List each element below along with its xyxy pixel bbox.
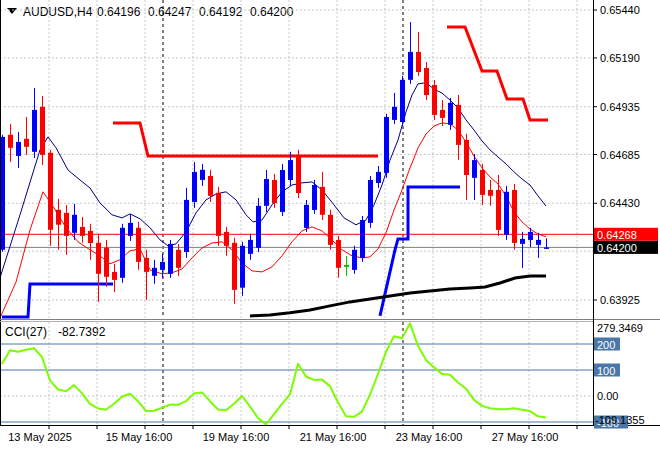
candle-body — [152, 268, 157, 276]
candle-body — [464, 140, 469, 175]
candle-body — [280, 170, 285, 212]
candle-body — [80, 227, 85, 236]
candle-body — [456, 105, 461, 145]
candle-body — [48, 153, 53, 230]
candle-body — [72, 215, 77, 233]
candle-body — [56, 210, 61, 225]
candle-body — [176, 250, 181, 268]
candle-body — [488, 190, 493, 196]
candle-body — [112, 272, 117, 280]
candle-body — [224, 232, 229, 246]
candle-body — [96, 243, 101, 274]
candle-body — [32, 110, 37, 152]
candle-body — [520, 239, 525, 244]
candle-body — [448, 103, 453, 125]
ohlc-close: 0.64200 — [250, 5, 294, 19]
candle-body — [352, 250, 357, 270]
candle-body — [408, 52, 413, 80]
price-axis-label: 0.64430 — [600, 197, 640, 209]
cci-min-label: -109.1355 — [595, 414, 645, 426]
ohlc-low: 0.64192 — [199, 5, 243, 19]
candle-body — [384, 117, 389, 173]
candle-body — [8, 135, 13, 148]
candle-body — [184, 200, 189, 252]
cci-level-badge-text: 200 — [597, 339, 615, 351]
candle-body — [360, 220, 365, 258]
candle-body — [288, 160, 293, 180]
candle-body — [216, 193, 221, 236]
time-axis-label: 21 May 16:00 — [300, 431, 367, 443]
resistance-step-line — [447, 27, 548, 120]
candle-body — [88, 231, 93, 243]
candle-body — [256, 206, 261, 248]
price-axis-label: 0.63925 — [600, 294, 640, 306]
symbol-dropdown-icon[interactable] — [7, 8, 17, 14]
candle-body — [424, 68, 429, 95]
time-axis-label: 27 May 16:00 — [492, 431, 559, 443]
candle-body — [528, 232, 533, 240]
ma-long-line — [250, 276, 546, 316]
candle-body — [192, 172, 197, 202]
candle-body — [200, 170, 205, 180]
cci-indicator-name: CCI(27) — [5, 325, 47, 339]
cci-level-badge-text: 100 — [597, 365, 615, 377]
ohlc-open: 0.64196 — [97, 5, 141, 19]
cci-max-label: 279.3469 — [597, 322, 643, 334]
candle-body — [296, 156, 301, 193]
time-axis-label: 19 May 16:00 — [203, 431, 270, 443]
chart-title-symbol: AUDUSD,H4 — [23, 5, 93, 19]
candle-body — [336, 240, 341, 268]
candle-body — [368, 180, 373, 223]
candle-body — [480, 170, 485, 195]
price-axis-label: 0.64935 — [600, 101, 640, 113]
resistance-step-line — [113, 123, 378, 156]
ask-price-badge-text: 0.64268 — [597, 229, 637, 241]
candle-body — [136, 228, 141, 262]
time-axis-label: 23 May 16:00 — [396, 431, 463, 443]
candle-body — [240, 246, 245, 288]
candle-body — [312, 185, 317, 210]
price-axis-label: 0.65190 — [600, 52, 640, 64]
candle-body — [168, 244, 173, 274]
candle-body — [440, 110, 445, 118]
time-axis-label: 15 May 16:00 — [106, 431, 173, 443]
candle-body — [320, 187, 325, 215]
cci-indicator-value: -82.7392 — [58, 325, 106, 339]
candle-body — [232, 243, 237, 290]
candle-body — [104, 248, 109, 277]
ohlc-high: 0.64247 — [148, 5, 192, 19]
price-axis-label: 0.65440 — [600, 4, 640, 16]
candle-body — [432, 85, 437, 115]
chart-window: { "title": {"symbol_period":"AUDUSD,H4",… — [0, 0, 660, 450]
candle-body — [536, 240, 541, 245]
time-axis-label: 13 May 2025 — [8, 431, 72, 443]
candle-body — [144, 258, 149, 272]
candle-body — [376, 172, 381, 183]
candle-body — [160, 262, 165, 270]
candle-body — [512, 190, 517, 243]
candle-body — [544, 247, 549, 249]
price-axis-label: 0.64685 — [600, 149, 640, 161]
candle-body — [64, 213, 69, 236]
candle-body — [400, 80, 405, 122]
candle-body — [504, 192, 509, 235]
candle-body — [208, 176, 213, 196]
candle-body — [16, 142, 21, 156]
chart-canvas[interactable]: AUDUSD,H4 0.64196 0.64247 0.64192 0.6420… — [0, 0, 660, 450]
candle-body — [128, 223, 133, 236]
candle-body — [40, 107, 45, 155]
bid-price-badge-text: 0.64200 — [597, 242, 637, 254]
candle-body — [120, 228, 125, 278]
candle-body — [248, 240, 253, 254]
cci-zero-label: 0.00 — [597, 390, 618, 402]
candle-body — [304, 205, 309, 228]
candle-body — [472, 160, 477, 178]
candle-body — [392, 107, 397, 120]
candle-body — [496, 190, 501, 230]
candle-body — [416, 52, 421, 72]
candle-body — [264, 179, 269, 206]
candle-body — [272, 180, 277, 203]
candle-body — [328, 215, 333, 245]
candle-body — [24, 139, 29, 147]
